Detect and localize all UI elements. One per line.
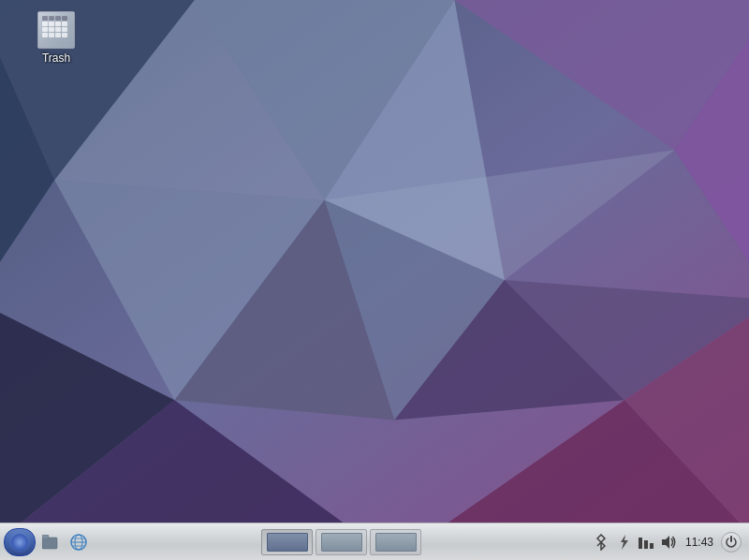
trash-icon-graphic [42, 16, 67, 37]
taskbar-window-2[interactable] [316, 529, 367, 555]
taskbar-window-1[interactable] [261, 529, 313, 555]
bluetooth-tray-icon[interactable] [592, 533, 610, 552]
desktop-background [0, 0, 749, 560]
file-manager-icon [40, 532, 61, 553]
taskbar-left [4, 528, 92, 556]
taskbar-window-3[interactable] [370, 529, 421, 555]
svg-marker-30 [662, 536, 669, 549]
window-1-preview [267, 533, 308, 552]
taskbar-right: 11:43 [592, 532, 745, 553]
volume-tray-icon[interactable] [659, 533, 678, 552]
taskbar: 11:43 [0, 523, 749, 560]
power-manager-tray-icon[interactable] [614, 533, 633, 552]
taskbar-middle [92, 529, 592, 555]
browser-button[interactable] [66, 528, 92, 556]
browser-icon [68, 532, 89, 553]
network-tray-icon[interactable] [637, 533, 655, 552]
desktop: Trash [0, 0, 749, 560]
svg-rect-29 [650, 543, 654, 549]
clock-display[interactable]: 11:43 [682, 533, 717, 552]
svg-rect-19 [42, 538, 57, 549]
trash-label: Trash [42, 52, 70, 65]
file-manager-button[interactable] [37, 528, 64, 556]
svg-rect-27 [639, 538, 642, 549]
svg-rect-28 [644, 540, 648, 549]
trash-icon[interactable]: Trash [35, 11, 78, 65]
svg-rect-20 [42, 535, 49, 538]
power-button[interactable] [721, 532, 742, 553]
start-button[interactable] [4, 528, 36, 556]
trash-icon-image [37, 11, 75, 49]
